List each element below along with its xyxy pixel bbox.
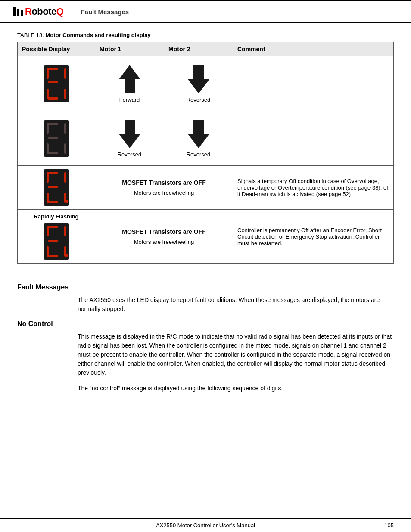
svg-marker-2 xyxy=(119,120,140,148)
logo-bar-2 xyxy=(17,9,19,16)
arrow-up-icon xyxy=(117,64,143,94)
logo-text: RoboteQ xyxy=(25,6,63,17)
table-row: Forward Reversed xyxy=(18,56,394,111)
table-row: MOSFET Transistors are OFF Motors are fr… xyxy=(18,166,394,210)
mosfet-title-row4: MOSFET Transistors are OFF xyxy=(100,228,228,235)
logo-highlight-q: Q xyxy=(56,6,64,17)
led-display-row4 xyxy=(44,223,69,260)
mosfet-cell-row4: MOSFET Transistors are OFF Motors are fr… xyxy=(95,210,233,264)
motor2-label-row1: Reversed xyxy=(187,96,211,103)
display-cell-row4: Rapidly Flashing xyxy=(18,210,95,264)
table-row: Rapidly Flashing xyxy=(18,210,394,264)
footer-left xyxy=(17,522,60,529)
display-cell-row2 xyxy=(18,111,95,166)
svg-marker-0 xyxy=(119,65,140,93)
no-control-body1: This message is displayed in the R/C mod… xyxy=(78,332,394,377)
logo-bar-3 xyxy=(21,10,23,16)
footer-center: AX2550 Motor Controller User’s Manual xyxy=(60,522,351,529)
fault-messages-body: The AX2550 uses the LED display to repor… xyxy=(78,296,394,314)
logo-bars xyxy=(13,7,23,16)
motor2-cell-row1: Reversed xyxy=(164,56,233,111)
arrow-down-icon-m2r2 xyxy=(186,119,212,149)
col-header-display: Possible Display xyxy=(18,42,95,56)
header-title: Fault Messages xyxy=(81,8,129,16)
col-header-comment: Comment xyxy=(233,42,394,56)
page-footer: AX2550 Motor Controller User’s Manual 10… xyxy=(0,518,411,532)
logo-highlight: R xyxy=(25,6,31,17)
mosfet-title-row3: MOSFET Transistors are OFF xyxy=(100,179,228,186)
fault-messages-divider xyxy=(17,277,394,277)
comment-cell-row1 xyxy=(233,56,394,111)
arrow-down-icon-m1r2 xyxy=(117,119,143,149)
rapidly-flashing-label: Rapidly Flashing xyxy=(22,213,90,220)
comment-cell-row2 xyxy=(233,111,394,166)
table-caption: TABLE 18. Motor Commands and resulting d… xyxy=(17,32,394,38)
motor1-cell-row2: Reversed xyxy=(95,111,164,166)
motor2-cell-row2: Reversed xyxy=(164,111,233,166)
table-header-row: Possible Display Motor 1 Motor 2 Comment xyxy=(18,42,394,56)
motor2-label-row2: Reversed xyxy=(187,151,211,158)
logo: RoboteQ xyxy=(13,6,63,17)
comment-cell-row3: Signals a temporary Off condition in cas… xyxy=(233,166,394,210)
col-header-motor1: Motor 1 xyxy=(95,42,164,56)
fault-messages-heading: Fault Messages xyxy=(17,283,394,291)
col-header-motor2: Motor 2 xyxy=(164,42,233,56)
motor1-cell-row1: Forward xyxy=(95,56,164,111)
arrow-down-container-row1: Reversed xyxy=(168,60,228,107)
arrow-up-container: Forward xyxy=(100,60,159,107)
svg-marker-3 xyxy=(188,120,209,148)
table-row: Reversed Reversed xyxy=(18,111,394,166)
main-content: TABLE 18. Motor Commands and resulting d… xyxy=(0,23,411,408)
svg-marker-1 xyxy=(188,65,209,93)
footer-page: 105 xyxy=(351,522,394,529)
display-cell-row1 xyxy=(18,56,95,111)
no-control-body2: The “no control” message is displayed us… xyxy=(78,384,394,393)
motor1-label-row1: Forward xyxy=(119,96,140,103)
arrow-down-container-m1r2: Reversed xyxy=(100,115,159,162)
mosfet-cell-row3: MOSFET Transistors are OFF Motors are fr… xyxy=(95,166,233,210)
logo-bar-1 xyxy=(13,7,16,16)
no-control-heading: No Control xyxy=(17,320,394,328)
comment-cell-row4: Controller is permanently Off after an E… xyxy=(233,210,394,264)
led-display-row3 xyxy=(44,169,69,206)
mosfet-subtitle-row4: Motors are freewheeling xyxy=(100,239,228,245)
display-cell-row3 xyxy=(18,166,95,210)
mosfet-subtitle-row3: Motors are freewheeling xyxy=(100,190,228,196)
led-display-row1 xyxy=(44,65,69,102)
motor-commands-table: Possible Display Motor 1 Motor 2 Comment xyxy=(17,42,394,264)
arrow-down-icon-row1 xyxy=(186,64,212,94)
arrow-down-container-m2r2: Reversed xyxy=(168,115,228,162)
table-number: TABLE 18. xyxy=(17,32,44,38)
table-title: Motor Commands and resulting display xyxy=(46,32,151,38)
page-header: RoboteQ Fault Messages xyxy=(0,0,411,23)
led-display-row2 xyxy=(44,120,69,157)
motor1-label-row2: Reversed xyxy=(118,151,142,158)
